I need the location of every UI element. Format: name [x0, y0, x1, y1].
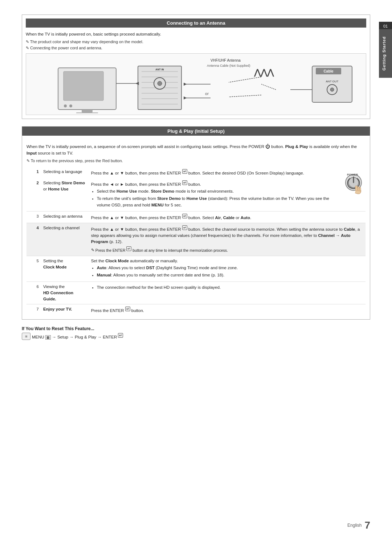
step-4-num: 4 [26, 223, 41, 256]
antenna-note-2: Connecting the power cord and antenna. [26, 46, 366, 50]
cable-conn-line2 [261, 84, 276, 90]
step-3-row: 3 Selecting an antenna Press the ▲ or ▼ … [26, 211, 366, 223]
step-6-num: 6 [26, 282, 41, 304]
svg-rect-4 [359, 187, 361, 191]
language-label: English [347, 523, 362, 528]
plug-section-header: Plug & Play (Initial Setup) [22, 127, 370, 136]
step-4-desc: Press the ▲ or ▼ button, then press the … [89, 223, 366, 256]
step-7-desc: Press the ENTER ↵ button. [89, 304, 366, 316]
tv-dot-2 [69, 104, 72, 107]
menu-icon: ⊞ [22, 333, 30, 340]
antenna-squiggle: ⋀⋀⋀ [254, 68, 274, 77]
step-1-num: 1 [26, 167, 41, 178]
step-6-desc: The connection method for the best HD sc… [89, 282, 366, 304]
step-3-desc: Press the ▲ or ▼ button, then press the … [89, 211, 366, 223]
step-2-title: Selecting Store Demoor Home Use [41, 178, 89, 211]
svg-text:POWER: POWER [347, 173, 358, 176]
power-button-svg: POWER [343, 170, 363, 195]
reset-title: If You Want to Reset This Feature... [22, 326, 370, 331]
power-icon-cell: POWER [340, 167, 366, 211]
chapter-title: Getting Started [379, 29, 392, 78]
page: 01 Getting Started Connecting to an Ante… [0, 0, 392, 542]
antenna-line-4 [229, 95, 261, 97]
tv-base [76, 112, 98, 113]
tv-screen [64, 71, 103, 100]
tv-dot-1 [64, 104, 67, 107]
footer: English 7 [347, 520, 370, 531]
antenna-intro-text: When the TV is initially powered on, bas… [26, 31, 366, 37]
steps-table: 1 Selecting a language Press the ▲ or ▼ … [26, 167, 366, 316]
cable-label-text: Cable [323, 69, 334, 73]
step-6-title: Viewing theHD Connection Guide. [41, 282, 89, 304]
antenna-line-1 [229, 77, 261, 82]
step-2-desc: Press the ◄ or ► button, then press the … [89, 178, 340, 211]
plug-content: When the TV is initially powered on, a s… [22, 139, 370, 319]
plug-note: To return to the previous step, press th… [26, 159, 366, 163]
step-4-note: Press the ENTER ↵ button at any time to … [91, 246, 363, 253]
step-5-desc: Set the Clock Mode automatically or manu… [89, 256, 366, 282]
plug-intro-text: When the TV is initially powered on, a s… [26, 143, 366, 156]
step-2-num: 2 [26, 178, 41, 211]
cable-note-label: Antenna Cable (Not Supplied) [207, 64, 250, 67]
step-1-title: Selecting a language [41, 167, 89, 178]
step-5-title: Setting theClock Mode [41, 256, 89, 282]
vhf-label: VHF/UHF Antenna [211, 58, 241, 62]
antenna-diagram-svg: VHF/UHF Antenna ⋀⋀⋀ Cable ANT OUT Antenn… [29, 55, 363, 113]
svg-rect-3 [358, 186, 359, 191]
menu-command: ⊞ MENU ▦ → Setup → Plug & Play → ENTER ↵ [22, 333, 370, 340]
step-7-row: 7 Enjoy your TV. Press the ENTER ↵ butto… [26, 304, 366, 316]
or-text: or [205, 91, 209, 96]
step-7-title: Enjoy your TV. [41, 304, 89, 316]
menu-command-text: MENU ▦ → Setup → Plug & Play → ENTER ↵ [32, 333, 123, 339]
panel-connector-inner [158, 81, 162, 86]
antenna-note-1: The product color and shape may vary dep… [26, 40, 366, 44]
tv-stand [82, 110, 93, 112]
reset-section: If You Want to Reset This Feature... ⊞ M… [22, 326, 370, 340]
ant-in-label: ANT IN [155, 68, 164, 71]
step-7-num: 7 [26, 304, 41, 316]
step-5-row: 5 Setting theClock Mode Set the Clock Mo… [26, 256, 366, 282]
antenna-diagram: VHF/UHF Antenna ⋀⋀⋀ Cable ANT OUT Antenn… [26, 53, 366, 115]
svg-rect-2 [355, 186, 357, 191]
step-2-row: 2 Selecting Store Demoor Home Use Press … [26, 178, 366, 211]
step-6-row: 6 Viewing theHD Connection Guide. The co… [26, 282, 366, 304]
menu-icon-symbol: ⊞ [25, 335, 28, 338]
step-1-desc: Press the ▲ or ▼ button, then press the … [89, 167, 340, 178]
antenna-section-header: Connecting to an Antenna [26, 19, 366, 28]
step-3-title: Selecting an antenna [41, 211, 89, 223]
step-4-row: 4 Selecting a channel Press the ▲ or ▼ b… [26, 223, 366, 256]
cable-connector-inner [330, 88, 334, 91]
ant-out-label: ANT OUT [326, 80, 339, 83]
step-3-num: 3 [26, 211, 41, 223]
step-5-num: 5 [26, 256, 41, 282]
plug-section: Plug & Play (Initial Setup) When the TV … [22, 126, 370, 320]
step-1-row: 1 Selecting a language Press the ▲ or ▼ … [26, 167, 366, 178]
antenna-section: Connecting to an Antenna When the TV is … [22, 15, 370, 119]
step-4-title: Selecting a channel [41, 223, 89, 256]
page-number: 7 [364, 520, 370, 531]
